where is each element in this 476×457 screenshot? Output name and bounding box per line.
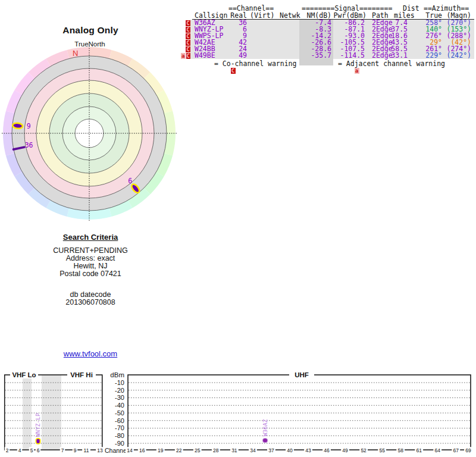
channel-tick-label: 4 <box>18 447 21 453</box>
dbm-tick-label: -90 <box>115 440 124 447</box>
channel-tick-label: 55 <box>379 447 385 453</box>
channel-tick-label: 49 <box>342 447 348 453</box>
column-header-real: Real <box>230 12 247 19</box>
channel-tick-label: 9 <box>74 447 77 453</box>
criteria-line-postal: Postal code 07421 <box>0 270 181 278</box>
signal-table: C = Co-channel warning a = Adjacent chan… <box>180 0 474 73</box>
co-channel-warning-badge: C <box>186 27 190 33</box>
tvfool-report: Analog Only TrueNorthN9366 Search Criter… <box>0 0 476 457</box>
channel-tick-label: 7 <box>61 447 64 453</box>
channel-tick-label: 52 <box>361 447 367 453</box>
station-channel-label: 6 <box>128 177 132 185</box>
dbm-tick-label: -30 <box>115 394 124 401</box>
column-header-magn: (Magn) <box>446 12 471 19</box>
vhf-hi-label: VHF Hi <box>70 371 93 378</box>
column-header-pwr: Pwr(dBm) <box>334 12 367 19</box>
north-compass-label: N <box>73 49 78 58</box>
column-header-netwk: Netwk <box>280 12 300 19</box>
tvfool-link-wrap: www.tvfool.com <box>0 349 181 358</box>
column-header-callsign: Callsign <box>195 12 227 19</box>
dbm-tick-label: -40 <box>115 402 124 409</box>
warning-icons: C <box>180 20 190 26</box>
channel-tick-label: 43 <box>305 447 311 453</box>
channel-tick-label: 22 <box>176 447 182 453</box>
channel-tick-label: 5 <box>30 447 33 453</box>
channel-tick-label: 6 <box>37 447 40 453</box>
signal-callsign-label: WNYZ-LP <box>35 413 41 437</box>
co-channel-warning-badge: C <box>186 53 191 59</box>
column-header-virt: (Virt) <box>250 12 275 19</box>
channel-tick-label: 2 <box>6 447 9 453</box>
co-channel-warning-badge: C <box>186 20 190 26</box>
column-group-signal: ========Signal======== <box>302 5 392 12</box>
column-header-true: True <box>425 12 442 19</box>
station-channel-label: 36 <box>25 141 33 149</box>
warning-icons: C <box>180 46 190 52</box>
column-header-path: Path <box>372 12 389 19</box>
dbm-tick-label: -80 <box>115 432 124 439</box>
band-gap-shade <box>42 375 61 449</box>
channel-tick-label: 69 <box>465 447 471 453</box>
adjacent-channel-warning-badge: a <box>181 53 186 59</box>
criteria-line-city: Hewitt, NJ <box>0 262 181 270</box>
warning-icons: C <box>180 39 190 46</box>
warning-icons: aC <box>180 52 190 59</box>
warning-icons: C <box>180 26 190 33</box>
cell-magn: (242°) <box>446 52 471 59</box>
dbm-tick-label: -60 <box>115 417 124 424</box>
station-channel-label: 9 <box>27 122 31 130</box>
co-channel-warning-badge: C <box>186 40 190 46</box>
criteria-line-current: CURRENT+PENDING <box>0 246 181 255</box>
signal-callsign-label: W36AZ <box>262 419 268 436</box>
channel-tick-label: 64 <box>435 447 441 453</box>
azimuth-radar-chart: TrueNorthN9366 <box>0 36 178 223</box>
cell-true: 229° <box>425 52 442 59</box>
column-group-channel: ==Channel== <box>228 5 274 12</box>
db-datecode-label: db datecode <box>0 290 181 299</box>
channel-tick-label: 31 <box>231 447 237 453</box>
band-gap-shade <box>23 375 32 449</box>
cell-real: 49 <box>239 52 247 59</box>
channel-tick-label: 58 <box>397 447 403 453</box>
channel-tick-label: 34 <box>250 447 256 453</box>
channel-tick-label: 16 <box>139 447 145 453</box>
uhf-label: UHF <box>295 371 309 378</box>
uhf-panel-frame <box>128 375 471 450</box>
warning-icons: C <box>180 33 190 39</box>
tvfool-link[interactable]: www.tvfool.com <box>64 349 117 358</box>
station-marker <box>12 123 23 129</box>
cell-nm: -35.7 <box>311 52 331 59</box>
search-criteria-heading: Search Criteria <box>0 233 181 242</box>
channel-tick-label: 61 <box>416 447 422 453</box>
radar-title: Analog Only <box>0 25 181 36</box>
channel-tick-label: 25 <box>195 447 201 453</box>
cell-pwr: -114.5 <box>340 52 365 59</box>
channel-tick-label: 13 <box>97 447 103 453</box>
dbm-tick-label: -50 <box>115 409 124 417</box>
cell-path: 2Edge <box>372 52 393 59</box>
channel-tick-label: 28 <box>213 447 219 453</box>
co-channel-warning-badge: C <box>186 33 190 39</box>
dbm-tick-label: -70 <box>115 424 124 431</box>
adjacent-channel-warning-label: = Adjacent channel warning <box>338 61 445 67</box>
dbm-tick-label: -20 <box>115 387 124 394</box>
channel-axis-title: Channel <box>105 447 128 454</box>
signal-bar <box>263 439 268 443</box>
db-datecode-value: 201306070808 <box>0 298 181 306</box>
column-group-azimuth: ==Azimuth== <box>424 5 469 12</box>
table-row: aCW49BE49-35.7-114.52Edge33.1229°(242°) <box>180 52 474 59</box>
channel-tick-label: 19 <box>158 447 164 453</box>
signal-bar <box>36 439 40 444</box>
true-north-label: TrueNorth <box>74 40 105 48</box>
co-channel-warning-label: = Co-channel warning <box>214 61 296 67</box>
cell-miles: 33.1 <box>391 52 408 59</box>
channel-tick-label: 67 <box>453 447 459 453</box>
channel-tick-label: 37 <box>268 447 274 453</box>
co-channel-warning-badge: C <box>186 46 190 52</box>
column-group-dist: Dist <box>403 5 419 12</box>
criteria-line-address: Address: exact <box>0 254 181 262</box>
column-header-miles: miles <box>394 12 415 19</box>
channel-tick-label: 11 <box>84 447 89 453</box>
dbm-tick-label: -10 <box>115 379 124 386</box>
channel-tick-label: 40 <box>287 447 293 453</box>
